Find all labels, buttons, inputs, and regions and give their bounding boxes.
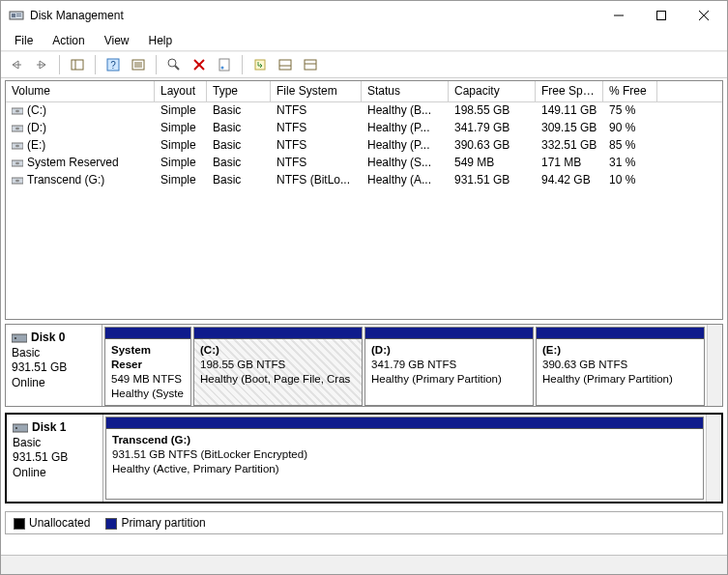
- drive-icon: [12, 176, 25, 186]
- delete-icon[interactable]: [188, 54, 211, 75]
- svg-rect-27: [305, 60, 316, 70]
- menu-action[interactable]: Action: [43, 32, 94, 49]
- svg-point-30: [15, 110, 19, 112]
- svg-rect-39: [12, 334, 27, 342]
- forward-button[interactable]: [30, 54, 53, 75]
- svg-point-32: [15, 128, 19, 129]
- disk-0-header: Disk 0 Basic 931.51 GB Online: [6, 325, 102, 406]
- disk-0-type: Basic: [12, 346, 96, 361]
- col-capacity[interactable]: Capacity: [449, 81, 536, 101]
- menu-bar: File Action View Help: [1, 30, 727, 51]
- volume-list-body[interactable]: (C:)SimpleBasicNTFSHealthy (B...198.55 G…: [6, 102, 722, 319]
- title-bar: Disk Management: [1, 1, 727, 30]
- bottom-settings-icon[interactable]: [274, 54, 297, 75]
- volume-row[interactable]: (E:)SimpleBasicNTFSHealthy (P...390.63 G…: [6, 137, 722, 155]
- svg-point-34: [15, 145, 19, 147]
- svg-rect-5: [657, 12, 666, 20]
- disk-icon: [13, 422, 28, 434]
- disk-1-header: Disk 1 Basic 931.51 GB Online: [7, 415, 103, 502]
- drive-icon: [12, 141, 25, 151]
- volume-row[interactable]: System ReservedSimpleBasicNTFSHealthy (S…: [6, 155, 722, 172]
- minimize-button[interactable]: [597, 2, 640, 29]
- maximize-button[interactable]: [640, 2, 683, 29]
- svg-rect-25: [279, 60, 291, 70]
- app-icon: [9, 8, 24, 23]
- svg-rect-3: [16, 15, 21, 16]
- col-pct-free[interactable]: % Free: [603, 81, 657, 101]
- legend-primary-partition: Primary partition: [105, 516, 205, 530]
- partition-e[interactable]: (E:) 390.63 GB NTFS Healthy (Primary Par…: [536, 327, 705, 406]
- svg-point-36: [15, 162, 19, 164]
- svg-rect-41: [13, 424, 28, 432]
- col-type[interactable]: Type: [207, 81, 271, 101]
- volume-list: Volume Layout Type File System Status Ca…: [5, 80, 723, 320]
- partition-c[interactable]: (C:) 198.55 GB NTFS Healthy (Boot, Page …: [193, 327, 363, 406]
- svg-rect-10: [72, 60, 83, 70]
- svg-point-38: [15, 180, 19, 182]
- disk-1-state: Online: [13, 466, 97, 481]
- svg-line-19: [175, 66, 179, 70]
- menu-view[interactable]: View: [95, 32, 139, 49]
- volume-list-header: Volume Layout Type File System Status Ca…: [6, 81, 722, 102]
- partition-g[interactable]: Transcend (G:) 931.51 GB NTFS (BitLocker…: [105, 417, 704, 500]
- svg-text:?: ?: [110, 60, 116, 71]
- svg-rect-22: [219, 59, 229, 71]
- refresh-icon[interactable]: [248, 54, 272, 75]
- partition-system-reserved[interactable]: System Reser 549 MB NTFS Healthy (Syste: [104, 327, 191, 406]
- svg-rect-24: [255, 60, 265, 70]
- disk-1-row[interactable]: Disk 1 Basic 931.51 GB Online Transcend …: [5, 413, 723, 503]
- svg-rect-1: [12, 14, 15, 17]
- show-hide-console-tree-icon[interactable]: [66, 54, 89, 75]
- legend: Unallocated Primary partition: [5, 511, 723, 534]
- properties-icon[interactable]: [213, 54, 236, 75]
- disk-0-row[interactable]: Disk 0 Basic 931.51 GB Online System Res…: [5, 324, 723, 407]
- svg-point-42: [15, 427, 17, 429]
- disk-0-name: Disk 0: [31, 331, 65, 344]
- volume-row[interactable]: Transcend (G:)SimpleBasicNTFS (BitLo...H…: [6, 172, 722, 189]
- help-icon[interactable]: ?: [102, 54, 125, 75]
- menu-help[interactable]: Help: [139, 32, 183, 49]
- svg-point-23: [221, 67, 224, 70]
- volume-row[interactable]: (D:)SimpleBasicNTFSHealthy (P...341.79 G…: [6, 120, 722, 137]
- svg-rect-2: [16, 14, 21, 14]
- toolbar: ?: [1, 51, 727, 78]
- disk-icon: [12, 332, 27, 344]
- disk-0-state: Online: [12, 376, 96, 391]
- disk-0-size: 931.51 GB: [12, 360, 96, 376]
- drive-icon: [12, 124, 25, 133]
- back-button[interactable]: [5, 54, 28, 75]
- legend-unallocated: Unallocated: [14, 516, 90, 530]
- col-free-space[interactable]: Free Spa...: [536, 81, 603, 101]
- top-settings-icon[interactable]: [299, 54, 322, 75]
- drive-icon: [12, 158, 25, 168]
- explore-icon[interactable]: [162, 54, 186, 75]
- disk-1-size: 931.51 GB: [13, 450, 97, 466]
- scrollbar[interactable]: [707, 325, 722, 406]
- disk-graphical-view: Disk 0 Basic 931.51 GB Online System Res…: [5, 324, 723, 509]
- scrollbar[interactable]: [706, 415, 721, 502]
- volume-row[interactable]: (C:)SimpleBasicNTFSHealthy (B...198.55 G…: [6, 102, 722, 120]
- svg-point-18: [168, 59, 176, 67]
- menu-file[interactable]: File: [5, 32, 43, 49]
- col-status[interactable]: Status: [362, 81, 449, 101]
- disk-1-type: Basic: [13, 436, 97, 451]
- window-title: Disk Management: [30, 9, 597, 22]
- action-list-icon[interactable]: [127, 54, 150, 75]
- drive-icon: [12, 106, 25, 116]
- disk-1-name: Disk 1: [32, 420, 66, 434]
- status-bar: [1, 555, 727, 574]
- col-file-system[interactable]: File System: [271, 81, 362, 101]
- close-button[interactable]: [683, 2, 725, 29]
- svg-point-40: [15, 337, 16, 339]
- partition-d[interactable]: (D:) 341.79 GB NTFS Healthy (Primary Par…: [364, 327, 534, 406]
- col-layout[interactable]: Layout: [155, 81, 207, 101]
- col-volume[interactable]: Volume: [6, 81, 155, 101]
